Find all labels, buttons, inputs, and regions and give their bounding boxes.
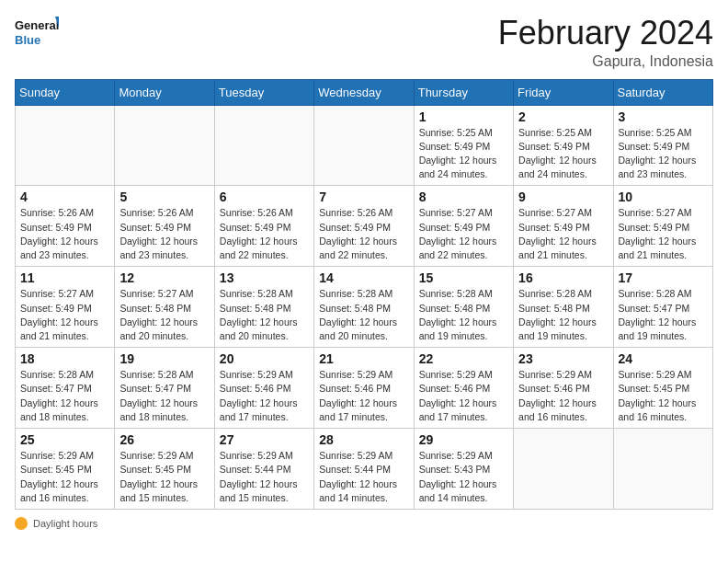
week-row-5: 25Sunrise: 5:29 AMSunset: 5:45 PMDayligh… — [16, 429, 713, 510]
week-row-3: 11Sunrise: 5:27 AMSunset: 5:49 PMDayligh… — [16, 267, 713, 348]
day-number: 25 — [20, 432, 109, 447]
calendar-cell: 16Sunrise: 5:28 AMSunset: 5:48 PMDayligh… — [514, 267, 613, 348]
calendar-cell — [613, 429, 712, 510]
day-detail: Sunrise: 5:28 AMSunset: 5:48 PMDaylight:… — [319, 287, 408, 343]
day-number: 9 — [518, 190, 608, 204]
calendar-table: SundayMondayTuesdayWednesdayThursdayFrid… — [15, 79, 713, 510]
daylight-label: Daylight hours — [33, 518, 97, 529]
day-number: 2 — [518, 109, 608, 124]
calendar-cell: 24Sunrise: 5:29 AMSunset: 5:45 PMDayligh… — [613, 348, 712, 429]
calendar-cell — [514, 429, 613, 510]
day-detail: Sunrise: 5:26 AMSunset: 5:49 PMDaylight:… — [20, 206, 109, 262]
logo: General Blue — [15, 15, 59, 52]
day-detail: Sunrise: 5:27 AMSunset: 5:49 PMDaylight:… — [20, 287, 109, 343]
day-number: 19 — [119, 351, 209, 366]
svg-text:Blue: Blue — [15, 33, 40, 47]
day-number: 8 — [419, 190, 508, 204]
calendar-cell: 15Sunrise: 5:28 AMSunset: 5:48 PMDayligh… — [414, 267, 513, 348]
calendar-cell: 11Sunrise: 5:27 AMSunset: 5:49 PMDayligh… — [16, 267, 115, 348]
day-detail: Sunrise: 5:29 AMSunset: 5:46 PMDaylight:… — [319, 368, 408, 424]
sun-icon — [15, 517, 28, 530]
day-detail: Sunrise: 5:29 AMSunset: 5:45 PMDaylight:… — [619, 368, 708, 424]
svg-text:General: General — [15, 18, 59, 32]
day-number: 17 — [619, 270, 708, 285]
calendar-cell: 13Sunrise: 5:28 AMSunset: 5:48 PMDayligh… — [214, 267, 313, 348]
day-detail: Sunrise: 5:28 AMSunset: 5:48 PMDaylight:… — [518, 287, 608, 343]
calendar-cell: 27Sunrise: 5:29 AMSunset: 5:44 PMDayligh… — [214, 429, 313, 510]
logo-svg: General Blue — [15, 15, 59, 52]
day-number: 15 — [419, 270, 508, 285]
weekday-header-sunday: Sunday — [16, 79, 115, 105]
calendar-cell: 12Sunrise: 5:27 AMSunset: 5:48 PMDayligh… — [115, 267, 214, 348]
day-detail: Sunrise: 5:29 AMSunset: 5:45 PMDaylight:… — [119, 449, 209, 505]
week-row-2: 4Sunrise: 5:26 AMSunset: 5:49 PMDaylight… — [16, 186, 713, 267]
day-detail: Sunrise: 5:27 AMSunset: 5:49 PMDaylight:… — [619, 206, 708, 262]
day-detail: Sunrise: 5:28 AMSunset: 5:47 PMDaylight:… — [20, 368, 109, 424]
day-number: 5 — [119, 190, 209, 204]
calendar-cell: 3Sunrise: 5:25 AMSunset: 5:49 PMDaylight… — [613, 105, 712, 186]
day-detail: Sunrise: 5:29 AMSunset: 5:46 PMDaylight:… — [220, 368, 309, 424]
day-detail: Sunrise: 5:29 AMSunset: 5:45 PMDaylight:… — [20, 449, 109, 505]
day-detail: Sunrise: 5:29 AMSunset: 5:46 PMDaylight:… — [419, 368, 508, 424]
footer-note: Daylight hours — [15, 517, 713, 530]
calendar-cell: 20Sunrise: 5:29 AMSunset: 5:46 PMDayligh… — [214, 348, 313, 429]
day-detail: Sunrise: 5:26 AMSunset: 5:49 PMDaylight:… — [220, 206, 309, 262]
week-row-1: 1Sunrise: 5:25 AMSunset: 5:49 PMDaylight… — [16, 105, 713, 186]
day-number: 24 — [619, 351, 708, 366]
day-detail: Sunrise: 5:25 AMSunset: 5:49 PMDaylight:… — [619, 126, 708, 182]
day-number: 1 — [419, 109, 508, 124]
day-number: 4 — [20, 190, 109, 204]
day-detail: Sunrise: 5:28 AMSunset: 5:48 PMDaylight:… — [419, 287, 508, 343]
title-area: February 2024 Gapura, Indonesia — [498, 15, 713, 70]
calendar-cell: 8Sunrise: 5:27 AMSunset: 5:49 PMDaylight… — [414, 186, 513, 267]
calendar-cell: 25Sunrise: 5:29 AMSunset: 5:45 PMDayligh… — [16, 429, 115, 510]
calendar-cell: 23Sunrise: 5:29 AMSunset: 5:46 PMDayligh… — [514, 348, 613, 429]
day-detail: Sunrise: 5:27 AMSunset: 5:48 PMDaylight:… — [119, 287, 209, 343]
day-number: 18 — [20, 351, 109, 366]
weekday-header-row: SundayMondayTuesdayWednesdayThursdayFrid… — [16, 79, 713, 105]
day-number: 21 — [319, 351, 408, 366]
calendar-cell: 28Sunrise: 5:29 AMSunset: 5:44 PMDayligh… — [314, 429, 414, 510]
calendar-cell: 22Sunrise: 5:29 AMSunset: 5:46 PMDayligh… — [414, 348, 513, 429]
calendar-cell: 21Sunrise: 5:29 AMSunset: 5:46 PMDayligh… — [314, 348, 414, 429]
day-number: 10 — [619, 190, 708, 204]
day-detail: Sunrise: 5:27 AMSunset: 5:49 PMDaylight:… — [419, 206, 508, 262]
day-number: 20 — [220, 351, 309, 366]
calendar-cell: 7Sunrise: 5:26 AMSunset: 5:49 PMDaylight… — [314, 186, 414, 267]
weekday-header-monday: Monday — [115, 79, 214, 105]
calendar-cell: 9Sunrise: 5:27 AMSunset: 5:49 PMDaylight… — [514, 186, 613, 267]
weekday-header-wednesday: Wednesday — [314, 79, 414, 105]
weekday-header-thursday: Thursday — [414, 79, 513, 105]
calendar-title: February 2024 — [498, 15, 713, 52]
day-number: 6 — [220, 190, 309, 204]
calendar-subtitle: Gapura, Indonesia — [498, 53, 713, 70]
header: General Blue February 2024 Gapura, Indon… — [15, 15, 713, 70]
calendar-cell: 29Sunrise: 5:29 AMSunset: 5:43 PMDayligh… — [414, 429, 513, 510]
day-detail: Sunrise: 5:25 AMSunset: 5:49 PMDaylight:… — [518, 126, 608, 182]
calendar-cell: 19Sunrise: 5:28 AMSunset: 5:47 PMDayligh… — [115, 348, 214, 429]
day-number: 28 — [319, 432, 408, 447]
day-detail: Sunrise: 5:28 AMSunset: 5:47 PMDaylight:… — [619, 287, 708, 343]
calendar-cell: 17Sunrise: 5:28 AMSunset: 5:47 PMDayligh… — [613, 267, 712, 348]
day-detail: Sunrise: 5:26 AMSunset: 5:49 PMDaylight:… — [319, 206, 408, 262]
day-number: 11 — [20, 270, 109, 285]
day-detail: Sunrise: 5:28 AMSunset: 5:48 PMDaylight:… — [220, 287, 309, 343]
day-number: 13 — [220, 270, 309, 285]
calendar-cell: 14Sunrise: 5:28 AMSunset: 5:48 PMDayligh… — [314, 267, 414, 348]
day-number: 23 — [518, 351, 608, 366]
weekday-header-saturday: Saturday — [613, 79, 712, 105]
weekday-header-friday: Friday — [514, 79, 613, 105]
day-detail: Sunrise: 5:29 AMSunset: 5:46 PMDaylight:… — [518, 368, 608, 424]
weekday-header-tuesday: Tuesday — [214, 79, 313, 105]
day-detail: Sunrise: 5:29 AMSunset: 5:44 PMDaylight:… — [220, 449, 309, 505]
day-number: 3 — [619, 109, 708, 124]
day-number: 16 — [518, 270, 608, 285]
week-row-4: 18Sunrise: 5:28 AMSunset: 5:47 PMDayligh… — [16, 348, 713, 429]
calendar-cell — [115, 105, 214, 186]
calendar-cell: 5Sunrise: 5:26 AMSunset: 5:49 PMDaylight… — [115, 186, 214, 267]
calendar-cell: 18Sunrise: 5:28 AMSunset: 5:47 PMDayligh… — [16, 348, 115, 429]
day-number: 22 — [419, 351, 508, 366]
day-detail: Sunrise: 5:26 AMSunset: 5:49 PMDaylight:… — [119, 206, 209, 262]
day-number: 7 — [319, 190, 408, 204]
day-number: 27 — [220, 432, 309, 447]
